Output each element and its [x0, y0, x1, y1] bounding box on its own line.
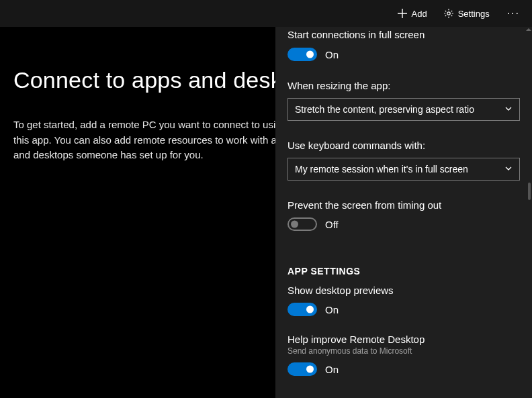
previews-toggle[interactable]: [287, 303, 317, 316]
command-bar: Add Settings ···: [0, 0, 532, 27]
app-settings-header: APP SETTINGS: [287, 266, 520, 277]
chevron-down-icon: [504, 164, 513, 175]
svg-point-0: [447, 12, 449, 15]
settings-button[interactable]: Settings: [437, 4, 496, 23]
previews-state: On: [325, 304, 339, 315]
help-improve-subtext: Send anonymous data to Microsoft: [287, 346, 520, 356]
resizing-dropdown[interactable]: Stretch the content, preserving aspect r…: [287, 98, 520, 121]
prevent-timeout-state: Off: [325, 219, 339, 230]
gear-icon: [443, 8, 454, 19]
ellipsis-icon: ···: [507, 7, 520, 19]
keyboard-dropdown[interactable]: My remote session when it's in full scre…: [287, 158, 520, 181]
scroll-up-icon: [526, 28, 531, 31]
help-improve-toggle[interactable]: [287, 362, 317, 376]
resizing-label: When resizing the app:: [287, 80, 520, 91]
settings-label: Settings: [458, 9, 490, 19]
prevent-timeout-label: Prevent the screen from timing out: [287, 199, 520, 211]
keyboard-label: Use keyboard commands with:: [287, 140, 520, 151]
previews-label: Show desktop previews: [287, 285, 520, 296]
chevron-down-icon: [504, 104, 513, 115]
full-screen-state: On: [325, 49, 339, 60]
add-button[interactable]: Add: [390, 4, 434, 23]
more-button[interactable]: ···: [499, 3, 528, 23]
plus-icon: [397, 8, 408, 19]
settings-panel: Start connections in full screen On When…: [275, 27, 532, 398]
keyboard-value: My remote session when it's in full scre…: [295, 164, 468, 175]
full-screen-label: Start connections in full screen: [287, 29, 520, 40]
help-improve-label: Help improve Remote Desktop: [287, 334, 520, 345]
page-description: To get started, add a remote PC you want…: [13, 117, 296, 163]
resizing-value: Stretch the content, preserving aspect r…: [295, 104, 474, 115]
help-improve-state: On: [325, 364, 339, 375]
add-label: Add: [412, 9, 427, 19]
panel-scrollbar[interactable]: [526, 27, 532, 398]
prevent-timeout-toggle[interactable]: [287, 217, 317, 231]
full-screen-toggle[interactable]: [287, 48, 317, 61]
scroll-thumb[interactable]: [528, 183, 531, 200]
